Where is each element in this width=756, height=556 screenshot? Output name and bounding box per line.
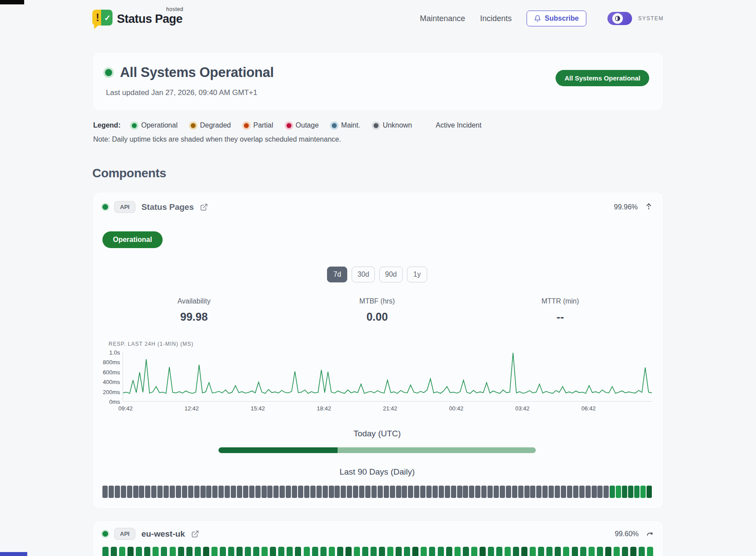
uptime-tick-operational[interactable] <box>505 547 511 556</box>
uptime-tick-nodata[interactable] <box>463 486 468 498</box>
uptime-tick-operational[interactable] <box>463 547 469 556</box>
uptime-tick-nodata[interactable] <box>139 486 144 498</box>
uptime-tick-operational[interactable] <box>119 547 125 556</box>
uptime-tick-nodata[interactable] <box>457 486 462 498</box>
uptime-tick-operational[interactable] <box>236 547 243 556</box>
uptime-tick-nodata[interactable] <box>426 486 432 498</box>
uptime-tick-operational[interactable] <box>546 547 552 556</box>
uptime-tick-operational[interactable] <box>170 547 176 556</box>
uptime-tick-nodata[interactable] <box>262 486 267 498</box>
uptime-tick-nodata[interactable] <box>475 486 480 498</box>
uptime-tick-operational[interactable] <box>647 547 653 556</box>
uptime-tick-nodata[interactable] <box>451 486 456 498</box>
uptime-tick-operational[interactable] <box>555 547 561 556</box>
uptime-tick-nodata[interactable] <box>127 486 132 498</box>
uptime-tick-operational[interactable] <box>371 547 377 556</box>
uptime-tick-nodata[interactable] <box>506 486 511 498</box>
uptime-tick-nodata[interactable] <box>487 486 493 498</box>
uptime-tick-nodata[interactable] <box>176 486 181 498</box>
uptime-tick-operational[interactable] <box>488 547 494 556</box>
uptime-tick-nodata[interactable] <box>329 486 334 498</box>
uptime-tick-nodata[interactable] <box>255 486 261 498</box>
uptime-tick-operational[interactable] <box>211 547 218 556</box>
uptime-tick-nodata[interactable] <box>561 486 566 498</box>
uptime-tick-operational[interactable] <box>354 547 360 556</box>
uptime-tick-nodata[interactable] <box>334 486 340 498</box>
uptime-tick-operational[interactable] <box>337 547 343 556</box>
uptime-tick-operational[interactable] <box>253 547 259 556</box>
uptime-tick-nodata[interactable] <box>439 486 444 498</box>
uptime-tick-nodata[interactable] <box>323 486 328 498</box>
uptime-tick-operational[interactable] <box>421 547 427 556</box>
uptime-tick-operational[interactable] <box>521 547 527 556</box>
uptime-tick-operational[interactable] <box>186 547 193 556</box>
uptime-tick-operational[interactable] <box>329 547 335 556</box>
uptime-tick-nodata[interactable] <box>243 486 248 498</box>
uptime-tick-operational[interactable] <box>630 547 636 556</box>
uptime-tick-nodata[interactable] <box>384 486 389 498</box>
theme-toggle[interactable] <box>607 12 632 25</box>
uptime-tick-operational[interactable] <box>538 547 544 556</box>
uptime-tick-operational[interactable] <box>616 486 621 498</box>
uptime-tick-operational[interactable] <box>563 547 569 556</box>
uptime-tick-nodata[interactable] <box>390 486 395 498</box>
uptime-tick-nodata[interactable] <box>115 486 120 498</box>
uptime-tick-operational[interactable] <box>597 547 603 556</box>
uptime-tick-nodata[interactable] <box>286 486 291 498</box>
uptime-tick-operational[interactable] <box>622 486 627 498</box>
uptime-tick-nodata[interactable] <box>603 486 609 498</box>
uptime-tick-nodata[interactable] <box>225 486 230 498</box>
uptime-tick-nodata[interactable] <box>280 486 285 498</box>
uptime-tick-operational[interactable] <box>429 547 435 556</box>
uptime-tick-operational[interactable] <box>127 547 134 556</box>
subscribe-button[interactable]: Subscribe <box>527 11 586 26</box>
uptime-tick-nodata[interactable] <box>481 486 487 498</box>
uptime-tick-operational[interactable] <box>622 547 628 556</box>
uptime-tick-operational[interactable] <box>572 547 578 556</box>
uptime-tick-nodata[interactable] <box>420 486 425 498</box>
uptime-tick-operational[interactable] <box>387 547 393 556</box>
uptime-tick-nodata[interactable] <box>353 486 358 498</box>
uptime-tick-operational[interactable] <box>161 547 167 556</box>
uptime-tick-nodata[interactable] <box>555 486 560 498</box>
uptime-tick-nodata[interactable] <box>188 486 193 498</box>
uptime-tick-nodata[interactable] <box>249 486 254 498</box>
external-link-icon[interactable] <box>200 203 208 211</box>
uptime-tick-operational[interactable] <box>220 547 226 556</box>
uptime-tick-nodata[interactable] <box>567 486 572 498</box>
uptime-tick-operational[interactable] <box>438 547 444 556</box>
uptime-tick-operational[interactable] <box>454 547 461 556</box>
uptime-tick-nodata[interactable] <box>542 486 548 498</box>
uptime-tick-operational[interactable] <box>228 547 234 556</box>
nav-maintenance[interactable]: Maintenance <box>420 14 465 23</box>
uptime-tick-operational[interactable] <box>203 547 209 556</box>
uptime-tick-operational[interactable] <box>111 547 117 556</box>
uptime-tick-nodata[interactable] <box>151 486 156 498</box>
uptime-tick-operational[interactable] <box>614 547 620 556</box>
uptime-tick-nodata[interactable] <box>512 486 517 498</box>
uptime-tick-operational[interactable] <box>589 547 595 556</box>
uptime-tick-operational[interactable] <box>195 547 201 556</box>
uptime-tick-nodata[interactable] <box>530 486 535 498</box>
uptime-tick-nodata[interactable] <box>304 486 309 498</box>
uptime-tick-nodata[interactable] <box>212 486 218 498</box>
range-button-7d[interactable]: 7d <box>327 267 347 282</box>
uptime-tick-operational[interactable] <box>580 547 586 556</box>
uptime-tick-nodata[interactable] <box>371 486 377 498</box>
uptime-tick-nodata[interactable] <box>494 486 499 498</box>
uptime-tick-nodata[interactable] <box>341 486 346 498</box>
uptime-tick-operational[interactable] <box>102 547 109 556</box>
uptime-tick-operational[interactable] <box>396 547 402 556</box>
uptime-tick-operational[interactable] <box>379 547 385 556</box>
uptime-tick-operational[interactable] <box>634 486 640 498</box>
uptime-tick-operational[interactable] <box>647 486 652 498</box>
uptime-tick-nodata[interactable] <box>408 486 413 498</box>
uptime-tick-nodata[interactable] <box>206 486 211 498</box>
range-button-30d[interactable]: 30d <box>352 267 375 282</box>
uptime-tick-nodata[interactable] <box>298 486 303 498</box>
uptime-tick-nodata[interactable] <box>518 486 523 498</box>
uptime-tick-operational[interactable] <box>304 547 310 556</box>
uptime-tick-operational[interactable] <box>404 547 410 556</box>
uptime-tick-nodata[interactable] <box>102 486 108 498</box>
uptime-tick-partial[interactable] <box>245 547 251 556</box>
